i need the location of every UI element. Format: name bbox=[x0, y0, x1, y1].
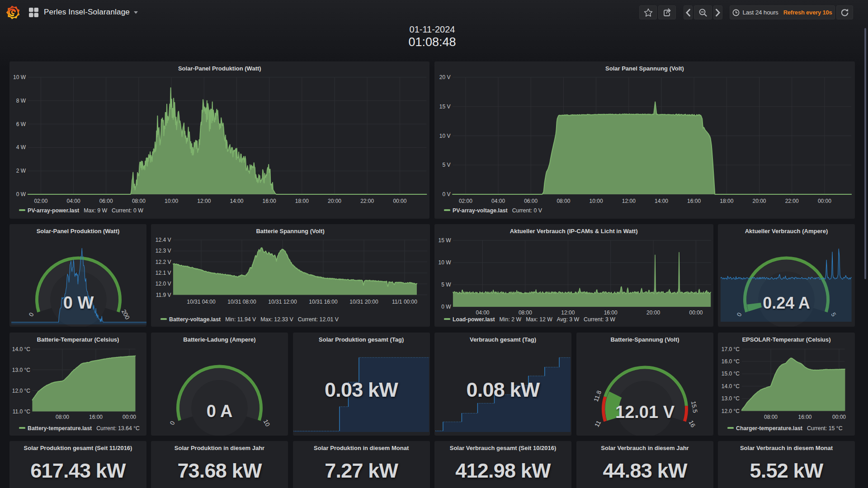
svg-text:10: 10 bbox=[262, 418, 271, 427]
svg-text:16:00: 16:00 bbox=[89, 414, 102, 420]
svg-text:15 V: 15 V bbox=[439, 103, 451, 110]
svg-text:0 W: 0 W bbox=[441, 304, 451, 310]
svg-text:0.08 kW: 0.08 kW bbox=[467, 378, 540, 401]
svg-text:04:00: 04:00 bbox=[66, 198, 80, 204]
svg-text:Battery-temperature.lastCurren: Battery-temperature.lastCurrent: 13.64 °… bbox=[28, 425, 140, 432]
svg-text:06:00: 06:00 bbox=[99, 198, 113, 204]
svg-text:02:00: 02:00 bbox=[34, 198, 47, 204]
svg-text:Solar Verbrauch gesamt (Seit 1: Solar Verbrauch gesamt (Seit 10/2016) bbox=[450, 445, 557, 451]
svg-text:6 W: 6 W bbox=[16, 121, 26, 127]
svg-text:11.8: 11.8 bbox=[592, 389, 603, 403]
svg-text:Aktueller Verbrauch (Ampere): Aktueller Verbrauch (Ampere) bbox=[745, 228, 828, 235]
svg-text:10 W: 10 W bbox=[13, 74, 26, 80]
svg-text:Batterie-Temperatur (Celsius): Batterie-Temperatur (Celsius) bbox=[37, 336, 119, 343]
svg-text:12.0 °C: 12.0 °C bbox=[12, 387, 30, 394]
svg-text:16:00: 16:00 bbox=[687, 198, 701, 204]
svg-text:10 V: 10 V bbox=[439, 133, 451, 139]
svg-text:13.0 °C: 13.0 °C bbox=[722, 395, 740, 402]
svg-text:12:00: 12:00 bbox=[197, 198, 211, 204]
svg-text:0.24 A: 0.24 A bbox=[763, 294, 810, 312]
svg-text:Aktueller Verbrauch (IP-CAMs &: Aktueller Verbrauch (IP-CAMs & Licht in … bbox=[510, 228, 638, 235]
svg-text:2 W: 2 W bbox=[16, 168, 26, 174]
svg-text:20:00: 20:00 bbox=[646, 310, 660, 316]
svg-text:Solar Panel Spannung (Volt): Solar Panel Spannung (Volt) bbox=[605, 65, 684, 72]
svg-text:06:00: 06:00 bbox=[524, 198, 538, 204]
svg-text:7.27 kW: 7.27 kW bbox=[325, 459, 398, 482]
svg-text:73.68 kW: 73.68 kW bbox=[177, 459, 262, 482]
svg-text:Batterie-Ladung (Ampere): Batterie-Ladung (Ampere) bbox=[183, 336, 255, 343]
svg-text:18:00: 18:00 bbox=[295, 198, 308, 204]
svg-text:08:00: 08:00 bbox=[557, 198, 570, 204]
svg-text:Solar Verbrauch in diesem Mona: Solar Verbrauch in diesem Monat bbox=[740, 445, 833, 451]
svg-text:02:00: 02:00 bbox=[459, 198, 472, 204]
svg-text:12.01 V: 12.01 V bbox=[615, 403, 675, 422]
svg-text:10/31 12:00: 10/31 12:00 bbox=[268, 299, 297, 305]
svg-text:12.1 V: 12.1 V bbox=[156, 270, 171, 276]
svg-text:16:00: 16:00 bbox=[604, 310, 618, 316]
svg-text:08:00: 08:00 bbox=[764, 414, 778, 420]
svg-text:13.0 °C: 13.0 °C bbox=[12, 366, 30, 373]
svg-text:12.0 V: 12.0 V bbox=[156, 281, 171, 287]
svg-text:20:00: 20:00 bbox=[752, 198, 766, 204]
svg-text:Battery-voltage.lastMin: 11.94: Battery-voltage.lastMin: 11.94 VMax: 12.… bbox=[169, 316, 339, 323]
svg-text:Solar Produktion gesamt (Seit: Solar Produktion gesamt (Seit 11/2016) bbox=[24, 445, 132, 451]
svg-text:22:00: 22:00 bbox=[785, 198, 799, 204]
svg-text:PV-array-voltage.lastCurrent:: PV-array-voltage.lastCurrent: 0 V bbox=[453, 207, 542, 214]
svg-text:00:00: 00:00 bbox=[689, 310, 703, 316]
svg-text:08:00: 08:00 bbox=[519, 310, 532, 316]
svg-text:0.03 kW: 0.03 kW bbox=[325, 378, 398, 401]
svg-text:20:00: 20:00 bbox=[327, 198, 341, 204]
svg-text:10 W: 10 W bbox=[438, 259, 451, 266]
svg-text:0 V: 0 V bbox=[442, 191, 450, 197]
svg-text:16:00: 16:00 bbox=[798, 414, 811, 420]
svg-text:22:00: 22:00 bbox=[360, 198, 374, 204]
svg-text:412.98 kW: 412.98 kW bbox=[455, 459, 551, 482]
svg-text:14:00: 14:00 bbox=[655, 198, 668, 204]
svg-text:16.0 °C: 16.0 °C bbox=[722, 358, 740, 364]
svg-text:Solar-Panel Produktion (Watt): Solar-Panel Produktion (Watt) bbox=[36, 228, 119, 235]
svg-text:10:00: 10:00 bbox=[165, 198, 178, 204]
svg-text:12.2 V: 12.2 V bbox=[156, 259, 171, 265]
svg-text:44.83 kW: 44.83 kW bbox=[603, 459, 688, 482]
svg-text:0: 0 bbox=[169, 420, 176, 426]
svg-text:Batterie Spannung (Volt): Batterie Spannung (Volt) bbox=[256, 228, 324, 235]
svg-text:11: 11 bbox=[593, 419, 602, 428]
svg-text:Load-power.lastMin: 2 WMax: 12: Load-power.lastMin: 2 WMax: 12 WAvg: 3 W… bbox=[453, 316, 615, 323]
svg-text:5 V: 5 V bbox=[442, 162, 450, 168]
svg-text:00:00: 00:00 bbox=[122, 414, 136, 420]
svg-text:18:00: 18:00 bbox=[720, 198, 733, 204]
svg-text:8 W: 8 W bbox=[16, 98, 26, 104]
svg-text:08:00: 08:00 bbox=[55, 414, 69, 420]
svg-text:Charger-temperature.lastCurren: Charger-temperature.lastCurrent: 15 °C bbox=[736, 425, 843, 432]
svg-text:17.0 °C: 17.0 °C bbox=[722, 346, 740, 352]
svg-text:16: 16 bbox=[687, 419, 696, 428]
svg-text:10/31 08:00: 10/31 08:00 bbox=[227, 299, 256, 305]
svg-text:4 W: 4 W bbox=[16, 144, 26, 150]
svg-text:14:00: 14:00 bbox=[230, 198, 243, 204]
svg-text:0 W: 0 W bbox=[16, 191, 26, 197]
svg-text:12.4 V: 12.4 V bbox=[156, 237, 171, 243]
svg-text:16:00: 16:00 bbox=[262, 198, 276, 204]
svg-text:14.0 °C: 14.0 °C bbox=[722, 383, 740, 389]
svg-text:Batterie-Spannung (Volt): Batterie-Spannung (Volt) bbox=[610, 336, 679, 343]
svg-text:EPSOLAR-Temperatur (Celsius): EPSOLAR-Temperatur (Celsius) bbox=[742, 336, 830, 343]
svg-text:00:00: 00:00 bbox=[818, 198, 831, 204]
svg-text:15 W: 15 W bbox=[438, 237, 451, 244]
svg-text:15.0 °C: 15.0 °C bbox=[722, 371, 740, 377]
svg-text:5.52 kW: 5.52 kW bbox=[750, 459, 824, 482]
svg-text:12:00: 12:00 bbox=[561, 310, 575, 316]
svg-text:15.5: 15.5 bbox=[689, 400, 698, 413]
svg-text:08:00: 08:00 bbox=[132, 198, 145, 204]
svg-text:0 W: 0 W bbox=[63, 293, 94, 312]
svg-text:Solar Verbrauch in diesem Jahr: Solar Verbrauch in diesem Jahr bbox=[601, 445, 689, 451]
svg-text:10/31 20:00: 10/31 20:00 bbox=[349, 299, 378, 305]
svg-text:14.0 °C: 14.0 °C bbox=[12, 346, 30, 352]
svg-text:10:00: 10:00 bbox=[590, 198, 603, 204]
svg-text:Solar Produktion in diesem Mon: Solar Produktion in diesem Monat bbox=[314, 445, 409, 451]
svg-text:0 A: 0 A bbox=[207, 402, 233, 421]
svg-text:11.0 °C: 11.0 °C bbox=[12, 408, 30, 414]
svg-text:04:00: 04:00 bbox=[491, 198, 505, 204]
svg-text:Verbrauch gesamt (Tag): Verbrauch gesamt (Tag) bbox=[470, 336, 536, 343]
svg-text:11/1 00:00: 11/1 00:00 bbox=[392, 299, 417, 305]
svg-text:Solar Produktion gesamt (Tag): Solar Produktion gesamt (Tag) bbox=[319, 336, 404, 343]
